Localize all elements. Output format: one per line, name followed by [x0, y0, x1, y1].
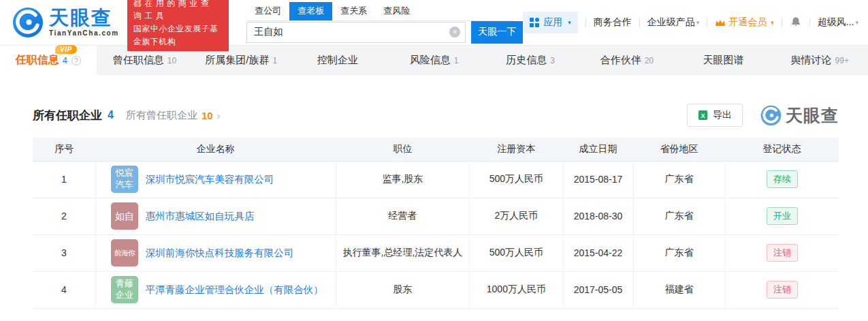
search-tab-company[interactable]: 查公司 [246, 2, 289, 20]
position-cell: 股东 [336, 271, 470, 308]
position-cell: 监事,股东 [336, 161, 470, 198]
position-cell: 经营者 [336, 198, 470, 234]
content-header: 所有任职企业 4 所有曾任职企业 10 › X 导出 天眼查 [33, 104, 839, 127]
divider [707, 18, 707, 28]
divider [585, 18, 586, 28]
apps-label: 应用 [543, 16, 562, 29]
logo-subtext: TianYanCha.com [49, 30, 119, 37]
tab-count: 1 [272, 56, 277, 65]
membership-label: 开通会员 [728, 16, 767, 29]
status-badge: 存续 [767, 170, 798, 188]
search-tab-relation[interactable]: 查关系 [332, 2, 375, 20]
tab-history-info[interactable]: 历史信息 3 [482, 46, 579, 75]
tab-count: 4 [63, 55, 67, 65]
province-cell: 广东省 [633, 234, 725, 271]
divider [809, 18, 810, 28]
former-positions-count: 10 [202, 110, 213, 121]
row-index: 3 [33, 234, 95, 271]
capital-cell: 2万人民币 [470, 198, 563, 234]
company-name-link[interactable]: 深圳前海你快点科技服务有限公司 [146, 247, 294, 260]
table-row: 3 前海你 深圳前海你快点科技服务有限公司 执行董事,总经理,法定代表人 500… [33, 234, 839, 271]
page-tabs: 任职信息 VIP 4 ? 曾任职信息 10 所属集团/族群 1 控制企业 风险信… [0, 45, 868, 75]
col-registration-status: 登记状态 [725, 138, 839, 161]
super-risk-label: 超级风... [818, 16, 854, 29]
business-cooperation-link[interactable]: 商务合作 [594, 16, 632, 29]
status-cell: 存续 [725, 161, 839, 198]
enterprise-products-label: 企业级产品 [647, 16, 695, 29]
capital-cell: 500万人民币 [470, 234, 563, 271]
search-tab-boss[interactable]: 查老板 [289, 2, 332, 20]
tab-count: 20 [645, 56, 654, 65]
logo-swirl-icon [12, 7, 44, 38]
search-block: 查公司 查老板 查关系 查风险 ✕ 天眼一下 [246, 2, 523, 44]
search-category-tabs: 查公司 查老板 查关系 查风险 [246, 2, 513, 21]
top-header: 天眼查 TianYanCha.com 都在用的商业查询工具 国家中小企业发展子基… [0, 0, 868, 45]
crown-icon [715, 18, 726, 27]
divider [782, 18, 782, 28]
company-logo: 悦宸汽车 [111, 166, 138, 193]
date-cell: 2018-08-30 [563, 198, 633, 234]
divider [639, 18, 640, 28]
tab-partners[interactable]: 合作伙伴 20 [579, 46, 675, 75]
col-position: 职位 [336, 138, 470, 161]
clear-search-icon[interactable]: ✕ [449, 27, 460, 37]
status-cell: 开业 [725, 198, 839, 234]
col-company-name: 企业名称 [95, 138, 336, 161]
tab-count: 10 [167, 56, 176, 65]
tab-label: 历史信息 [506, 54, 547, 67]
tab-public-opinion[interactable]: 舆情讨论 99+ [771, 46, 868, 75]
table-row: 4 青藤企业 平潭青藤企业管理合伙企业（有限合伙） 股东 1000万人民币 20… [33, 271, 839, 308]
apps-button[interactable]: 应用 ▾ [523, 12, 578, 33]
col-established-date: 成立日期 [563, 138, 633, 161]
row-index: 2 [33, 198, 95, 234]
apps-grid-icon [530, 18, 539, 27]
province-cell: 福建省 [633, 271, 725, 308]
date-cell: 2017-05-05 [563, 271, 633, 308]
status-badge: 注销 [767, 281, 798, 299]
tianyancha-logo[interactable]: 天眼查 TianYanCha.com [12, 7, 119, 38]
search-input[interactable] [246, 22, 466, 43]
tab-label: 任职信息 [16, 54, 59, 65]
company-name-link[interactable]: 惠州市惠城区如自玩具店 [146, 210, 255, 223]
date-cell: 2015-04-22 [563, 234, 633, 271]
company-table: 序号 企业名称 职位 注册资本 成立日期 省份地区 登记状态 1 悦宸汽车 深圳… [33, 138, 839, 309]
table-row: 2 如自 惠州市惠城区如自玩具店 经营者 2万人民币 2018-08-30 广东… [33, 198, 839, 234]
tab-label: 舆情讨论 [791, 54, 832, 67]
capital-cell: 1000万人民币 [470, 271, 563, 308]
export-button[interactable]: X 导出 [687, 104, 743, 127]
status-badge: 开业 [767, 207, 798, 225]
status-badge: 注销 [767, 244, 798, 262]
slogan-line1: 都在用的商业查询工具 [133, 0, 223, 22]
help-question-icon[interactable]: ? [71, 56, 81, 65]
company-name-link[interactable]: 深圳市悦宸汽车美容有限公司 [146, 173, 274, 186]
super-risk-link[interactable]: 超级风... ▾ [818, 16, 858, 29]
chevron-down-icon: ▾ [568, 19, 571, 26]
col-province: 省份地区 [633, 138, 725, 161]
search-row: ✕ 天眼一下 [246, 21, 523, 44]
search-tab-risk[interactable]: 查风险 [375, 2, 418, 20]
tab-former-positions[interactable]: 曾任职信息 10 [97, 46, 193, 75]
date-cell: 2015-08-17 [563, 161, 633, 198]
vip-membership-link[interactable]: 开通会员 ▾ [715, 16, 774, 29]
former-positions-link[interactable]: 所有曾任职企业 10 › [126, 109, 221, 122]
capital-cell: 500万人民币 [470, 161, 563, 198]
table-row: 1 悦宸汽车 深圳市悦宸汽车美容有限公司 监事,股东 500万人民币 2015-… [33, 161, 839, 198]
tab-position-info[interactable]: 任职信息 VIP 4 ? [0, 46, 97, 75]
tab-label: 风险信息 [410, 54, 451, 67]
enterprise-products-link[interactable]: 企业级产品 ▾ [647, 16, 700, 29]
company-name-link[interactable]: 平潭青藤企业管理合伙企业（有限合伙） [146, 284, 323, 296]
tab-tianyan-graph[interactable]: 天眼图谱 [675, 46, 772, 75]
brand-slogan-badge: 都在用的商业查询工具 国家中小企业发展子基金旗下机构 [127, 0, 229, 51]
province-cell: 广东省 [633, 198, 725, 234]
search-button[interactable]: 天眼一下 [471, 21, 523, 44]
tab-group-affiliation[interactable]: 所属集团/族群 1 [193, 46, 289, 75]
company-logo: 青藤企业 [111, 276, 138, 303]
col-registered-capital: 注册资本 [470, 138, 563, 161]
notification-bell-icon[interactable] [790, 16, 802, 29]
tab-controlled-companies[interactable]: 控制企业 [289, 46, 386, 75]
watermark-logo: 天眼查 [760, 104, 839, 127]
excel-icon: X [698, 110, 708, 121]
tab-risk-info[interactable]: 风险信息 1 [386, 46, 483, 75]
export-label: 导出 [713, 109, 732, 121]
company-logo: 前海你 [111, 239, 138, 266]
